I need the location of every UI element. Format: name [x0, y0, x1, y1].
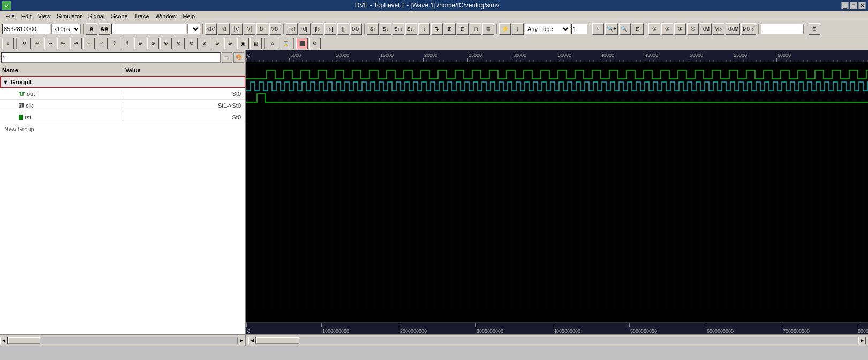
wave-scroll-track[interactable]	[256, 337, 858, 344]
menu-simulator[interactable]: Simulator	[54, 12, 85, 20]
tb2-b8[interactable]: ⇧	[109, 38, 120, 49]
tb2-b11[interactable]: ⊗	[147, 38, 159, 49]
btn-scope9[interactable]: ◻	[470, 23, 481, 35]
tb2-b14[interactable]: ⊚	[186, 38, 198, 49]
signal-group-group1[interactable]: ▼ Group1	[0, 76, 245, 88]
btn-sim3[interactable]: |▷	[312, 23, 323, 35]
signal-row-rst[interactable]: rst St0	[0, 111, 245, 123]
sep6	[590, 24, 590, 34]
tb2-b7[interactable]: ⇨	[96, 38, 108, 49]
edge-mode-select[interactable]: Any Edge Rising Edge Falling Edge	[525, 24, 570, 34]
btn-sim6[interactable]: ▷▷	[350, 23, 362, 35]
btn-scope4[interactable]: S↓↓	[405, 23, 417, 35]
wave-area[interactable]	[246, 62, 868, 322]
tb2-b15[interactable]: ⊛	[199, 38, 210, 49]
signal-row-clk[interactable]: clk St1->St0	[0, 100, 245, 111]
signal-name-out: out	[0, 91, 123, 97]
btn-next-b[interactable]: ▷▷	[269, 23, 281, 35]
btn-scope6[interactable]: ⇅	[431, 23, 443, 35]
tb2-b9[interactable]: ⇩	[122, 38, 133, 49]
zoom-display[interactable]	[761, 24, 804, 34]
btn-sim5[interactable]: ||	[337, 23, 349, 35]
tb2-b10[interactable]: ⊕	[134, 38, 146, 49]
tb2-format1[interactable]: ⌂	[267, 38, 278, 49]
mark4-btn[interactable]: ④	[687, 23, 699, 35]
cursor-btn[interactable]: ↖	[592, 23, 604, 35]
time-value-input[interactable]: 8532810000	[2, 24, 50, 34]
tb2-b1[interactable]: ↺	[19, 38, 31, 49]
signal-filter-input[interactable]	[1, 52, 221, 63]
edge-count-input[interactable]: 1	[571, 24, 587, 34]
menu-file[interactable]: File	[2, 12, 18, 20]
btn-scope7[interactable]: ⊞	[444, 23, 456, 35]
btn-scope1[interactable]: S↑	[367, 23, 379, 35]
filter-apply-btn[interactable]: ≡	[222, 52, 232, 63]
signal-row-out[interactable]: out St0	[0, 88, 245, 100]
menu-trace[interactable]: Trace	[131, 12, 153, 20]
btn-sim4[interactable]: ▷|	[324, 23, 336, 35]
minimize-button[interactable]: _	[841, 2, 849, 9]
tb2-stop[interactable]: ⬛	[296, 38, 308, 49]
btn-scope3[interactable]: S↑↑	[393, 23, 404, 35]
tb2-run[interactable]: ⚙	[309, 38, 321, 49]
btn-scope2[interactable]: S↓	[380, 23, 391, 35]
tb2-b17[interactable]: ⊝	[224, 38, 236, 49]
sig-scroll-thumb[interactable]	[8, 338, 40, 344]
signal-search-input[interactable]	[111, 24, 186, 34]
grid-btn[interactable]: ⊞	[809, 23, 820, 35]
menu-scope[interactable]: Scope	[108, 12, 131, 20]
btn-prev-a[interactable]: ◁◁	[205, 23, 217, 35]
tb2-b19[interactable]: ▧	[250, 38, 262, 49]
filter-color-btn[interactable]: 🎨	[233, 52, 244, 63]
tb2-b5[interactable]: ⇥	[70, 38, 82, 49]
btn-scope8[interactable]: ⊟	[457, 23, 469, 35]
maximize-button[interactable]: □	[850, 2, 857, 9]
mark3-btn[interactable]: ③	[674, 23, 686, 35]
zoom-out-btn[interactable]: 🔍-	[619, 23, 631, 35]
tb2-down[interactable]: ↓	[2, 38, 14, 49]
signal-search-select[interactable]: ▼	[187, 24, 200, 34]
tb2-b12[interactable]: ⊘	[160, 38, 172, 49]
zoom-fit-btn[interactable]: ⊡	[632, 23, 644, 35]
menu-signal[interactable]: Signal	[85, 12, 108, 20]
menu-window[interactable]: Window	[152, 12, 179, 20]
sig-scroll-right[interactable]: ▶	[238, 337, 245, 344]
wave-scroll-thumb[interactable]	[256, 338, 299, 344]
btn-scope10[interactable]: ▤	[482, 23, 494, 35]
signal-value-clk: St1->St0	[123, 102, 245, 109]
btn-step-fwd[interactable]: ▷|	[244, 23, 255, 35]
btn-scope5[interactable]: ↕	[418, 23, 430, 35]
wave-scroll-left[interactable]: ◀	[248, 337, 256, 344]
zoom-in-btn[interactable]: 🔍+	[605, 23, 618, 35]
sig-scroll-track[interactable]	[7, 337, 238, 344]
mark2-btn[interactable]: ②	[661, 23, 673, 35]
mark-next2[interactable]: M▷▷	[741, 23, 756, 35]
time-unit-select[interactable]: x10ps x1ps x100ps x1ns	[51, 24, 81, 34]
menu-edit[interactable]: Edit	[18, 12, 35, 20]
mark-prev2[interactable]: ◁◁M	[726, 23, 741, 35]
tb2-b16[interactable]: ⊜	[212, 38, 223, 49]
tb2-b3[interactable]: ↪	[44, 38, 56, 49]
menu-help[interactable]: Help	[179, 12, 198, 20]
mark-prev[interactable]: ◁M	[700, 23, 712, 35]
tb2-format2[interactable]: ⌛	[280, 38, 291, 49]
format-ab-btn[interactable]: AA	[99, 23, 110, 35]
format-aa-btn[interactable]: A	[86, 23, 97, 35]
mark-next[interactable]: M▷	[713, 23, 724, 35]
btn-prev[interactable]: ◁	[218, 23, 230, 35]
close-button[interactable]: ✕	[858, 2, 866, 9]
btn-next[interactable]: ▷	[256, 23, 268, 35]
btn-sim2[interactable]: ◁|	[299, 23, 311, 35]
btn-step-back[interactable]: |◁	[231, 23, 243, 35]
tb2-b4[interactable]: ⇤	[57, 38, 69, 49]
btn-sim1[interactable]: |◁	[286, 23, 298, 35]
tb2-b18[interactable]: ▣	[237, 38, 249, 49]
mark1-btn[interactable]: ①	[648, 23, 660, 35]
tb2-b2[interactable]: ↩	[32, 38, 43, 49]
tb2-b6[interactable]: ⇦	[83, 38, 95, 49]
menu-view[interactable]: View	[35, 12, 54, 20]
wave-scroll-right[interactable]: ▶	[858, 337, 866, 344]
tb2-b13[interactable]: ⊙	[173, 38, 185, 49]
sig-scroll-left[interactable]: ◀	[0, 337, 7, 344]
group1-expand-icon[interactable]: ▼	[3, 79, 9, 85]
